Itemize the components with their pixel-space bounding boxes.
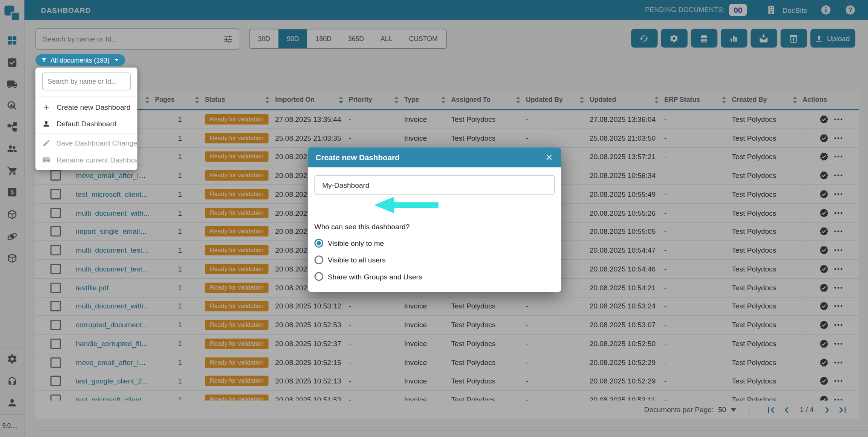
- radio-label: Visible only to me: [328, 239, 384, 247]
- menu-item-save-dashboard-changes[interactable]: Save Dashboard Changes: [35, 135, 137, 151]
- app-root: 9.0.... DASHBOARD PENDING DOCUMENTS: 00 …: [0, 0, 868, 437]
- filter-chip-label: All documents (193): [50, 56, 110, 64]
- radio-label: Share with Groups and Users: [328, 272, 422, 281]
- visibility-options: Visible only to meVisible to all usersSh…: [315, 235, 422, 285]
- menu-item-default-dashboard[interactable]: Default Dashboard: [35, 115, 137, 132]
- radio-button[interactable]: [315, 239, 324, 248]
- all-documents-filter-chip[interactable]: All documents (193): [35, 54, 125, 66]
- dashboard-menu: Create new DashboardDefault DashboardSav…: [35, 67, 137, 170]
- dashboard-menu-search: [42, 72, 131, 90]
- menu-item-rename-current-dashboard[interactable]: Rename current Dashboard: [35, 151, 137, 168]
- annotation-arrow: [374, 197, 439, 213]
- funnel-icon: [41, 57, 47, 63]
- visibility-question: Who can see this dashboard?: [315, 223, 410, 231]
- visibility-option-share-with-groups-and-users[interactable]: Share with Groups and Users: [315, 268, 422, 285]
- dashboard-search-input[interactable]: [43, 78, 130, 86]
- modal-header: Create new Dashboard: [308, 147, 561, 167]
- visibility-option-visible-to-all-users[interactable]: Visible to all users: [315, 251, 422, 268]
- modal-title: Create new Dashboard: [316, 153, 400, 162]
- dashboard-name-input[interactable]: [315, 175, 555, 195]
- visibility-option-visible-only-to-me[interactable]: Visible only to me: [315, 235, 422, 251]
- create-dashboard-modal: Create new Dashboard Who can see this da…: [308, 147, 561, 292]
- menu-divider: [35, 133, 137, 133]
- radio-label: Visible to all users: [328, 256, 386, 264]
- chevron-down-icon: [113, 57, 119, 63]
- radio-button[interactable]: [315, 255, 324, 264]
- radio-button[interactable]: [315, 272, 324, 281]
- close-icon[interactable]: [545, 153, 554, 162]
- menu-item-create-new-dashboard[interactable]: Create new Dashboard: [35, 99, 137, 115]
